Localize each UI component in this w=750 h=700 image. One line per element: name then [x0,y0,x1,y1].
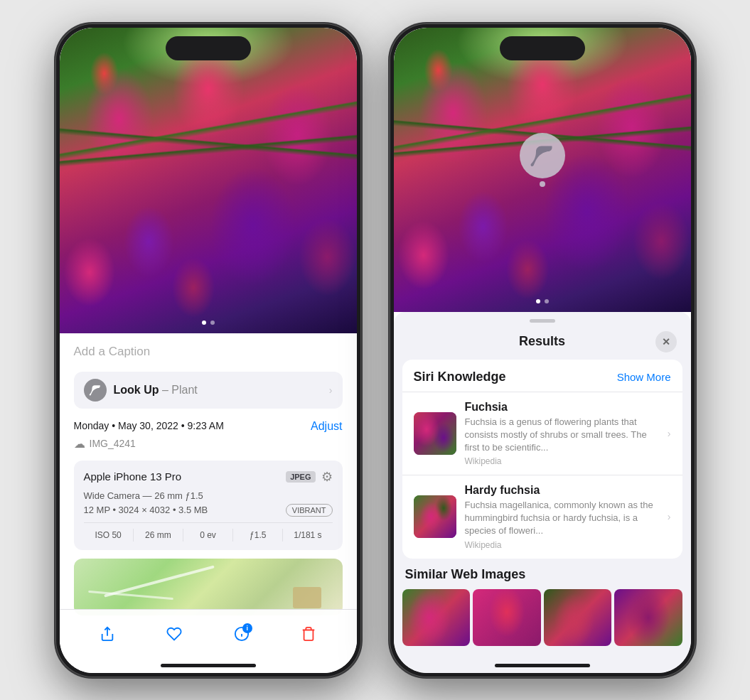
left-screen-content: Add a Caption Look Up – Plant › [60,28,357,673]
dynamic-island [166,36,251,60]
results-title: Results [429,334,655,349]
knowledge-section-header: Siri Knowledge Show More [402,360,682,392]
lens-info: Wide Camera — 26 mm ƒ1.5 [84,490,333,501]
jpeg-badge: JPEG [286,471,315,483]
similar-image-3[interactable] [544,589,612,646]
similar-web-section: Similar Web Images [394,567,691,646]
sheet-header: Results ✕ [394,323,691,360]
home-bar [161,664,256,667]
heart-icon [166,626,182,642]
knowledge-section-title: Siri Knowledge [414,370,506,384]
vibrant-badge: VIBRANT [286,504,333,517]
hardy-fuchsia-chevron: › [668,511,671,522]
device-header: Apple iPhone 13 Pro JPEG ⚙ [84,469,333,485]
photo-date: Monday • May 30, 2022 • 9:23 AM [74,420,224,431]
right-phone: Results ✕ Siri Knowledge Show More [390,23,695,677]
right-home-bar [495,664,590,667]
photo-hero[interactable] [60,28,357,333]
look-up-label: Look Up – Plant [114,384,198,397]
device-card: Apple iPhone 13 Pro JPEG ⚙ Wide Camera —… [74,461,343,550]
siri-knowledge-section: Siri Knowledge Show More Fuchsia [402,360,682,559]
knowledge-item-fuchsia[interactable]: Fuchsia Fuchsia is a genus of flowering … [402,392,682,475]
dot-1 [202,321,206,325]
fuchsia-text: Fuchsia Fuchsia is a genus of flowering … [465,401,659,467]
hardy-fuchsia-source: Wikipedia [465,540,659,550]
map-preview[interactable] [74,559,343,615]
fuchsia-thumbnail [414,412,456,455]
aperture-value: ƒ1.5 [233,529,283,542]
similar-web-title: Similar Web Images [402,567,682,582]
focal-value: 26 mm [134,529,183,542]
photo-page-dots [202,321,215,325]
show-more-button[interactable]: Show More [617,371,671,383]
right-dot-2 [545,299,549,303]
fuchsia-desc: Fuchsia is a genus of flowering plants t… [465,416,659,455]
map-building [293,587,321,608]
right-photo-dots [536,299,549,303]
similar-image-4[interactable] [614,589,682,646]
phones-container: Add a Caption Look Up – Plant › [55,23,695,677]
map-road-2 [88,590,173,599]
device-name: Apple iPhone 13 Pro [84,470,182,483]
leaf-icon [89,384,102,397]
caption-placeholder[interactable]: Add a Caption [74,345,343,359]
right-dynamic-island [500,36,585,60]
info-button[interactable]: i [234,626,250,642]
adjust-button[interactable]: Adjust [311,420,342,433]
flower-stems [60,28,357,333]
filename-row: ☁ IMG_4241 [74,437,343,451]
close-button[interactable]: ✕ [655,331,677,352]
cloud-icon: ☁ [74,437,85,451]
visual-lookup-badge[interactable] [520,133,565,178]
filename: IMG_4241 [90,438,136,449]
format-badges: JPEG ⚙ [286,469,332,485]
knowledge-item-hardy-fuchsia[interactable]: Hardy fuchsia Fuchsia magellanica, commo… [402,475,682,559]
results-sheet: Results ✕ Siri Knowledge Show More [394,312,691,673]
hardy-fuchsia-thumbnail [414,495,456,538]
right-phone-screen: Results ✕ Siri Knowledge Show More [394,28,691,673]
exif-row: ISO 50 26 mm 0 ev ƒ1.5 1/181 s [84,522,333,542]
similar-image-1[interactable] [402,589,471,646]
favorite-button[interactable] [166,626,182,642]
fuchsia-chevron: › [668,428,671,439]
left-phone: Add a Caption Look Up – Plant › [55,23,361,677]
hardy-fuchsia-desc: Fuchsia magellanica, commonly known as t… [465,499,659,538]
delete-button[interactable] [301,626,316,642]
similar-images-grid [402,589,682,646]
look-up-row[interactable]: Look Up – Plant › [74,372,343,409]
file-details: 12 MP • 3024 × 4032 • 3.5 MB [84,505,208,515]
ev-value: 0 ev [183,529,233,542]
right-screen-content: Results ✕ Siri Knowledge Show More [394,28,691,673]
hardy-fuchsia-name: Hardy fuchsia [465,484,659,497]
lookup-leaf-icon [530,143,555,168]
fuchsia-source: Wikipedia [465,456,659,466]
siri-dot [540,181,545,187]
right-photo-hero [394,28,691,312]
fuchsia-name: Fuchsia [465,401,659,414]
info-badge: i [242,623,252,633]
dot-2 [210,321,215,325]
similar-image-2[interactable] [473,589,541,646]
trash-icon [301,626,316,642]
left-phone-screen: Add a Caption Look Up – Plant › [60,28,357,673]
share-icon [100,626,115,642]
hardy-fuchsia-text: Hardy fuchsia Fuchsia magellanica, commo… [465,484,659,550]
map-road-1 [104,565,215,597]
file-info-row: 12 MP • 3024 × 4032 • 3.5 MB VIBRANT [84,504,333,517]
meta-date-row: Monday • May 30, 2022 • 9:23 AM Adjust [74,420,343,433]
settings-icon: ⚙ [321,469,333,485]
shutter-value: 1/181 s [283,529,332,542]
share-button[interactable] [100,626,115,642]
visual-lookup-icon [84,379,107,402]
look-up-chevron: › [329,384,333,396]
iso-value: ISO 50 [84,529,134,542]
right-dot-1 [536,299,540,303]
